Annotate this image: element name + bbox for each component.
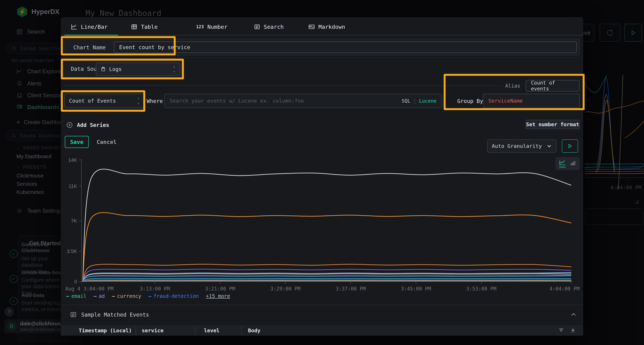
where-input[interactable]: Search your events w/ Lucene ex. column:… xyxy=(164,94,442,108)
select-updown-icon: ⌃⌄ xyxy=(173,66,175,72)
tab-table[interactable]: Table xyxy=(131,21,158,32)
legend-more-link[interactable]: +15 more xyxy=(206,293,230,299)
legend-item-ad[interactable]: — ad xyxy=(94,293,105,299)
chart-name-input[interactable]: Event count by service xyxy=(114,41,577,53)
column-header-timestamp: Timestamp (Local) xyxy=(79,328,132,334)
legend-item-email[interactable]: — email xyxy=(66,293,86,299)
tab-number[interactable]: 123 Number xyxy=(196,21,227,32)
tab-line-bar[interactable]: Line/Bar xyxy=(71,21,108,32)
legend-swatch: — xyxy=(66,293,69,299)
select-updown-icon: ⌃⌄ xyxy=(137,98,140,104)
column-separator[interactable] xyxy=(195,327,195,334)
sample-events-header: Sample Matched Events xyxy=(70,311,149,318)
cancel-button[interactable]: Cancel xyxy=(96,136,117,148)
legend-item-currency[interactable]: — currency xyxy=(112,293,141,299)
collapse-section-chevron-up-icon[interactable] xyxy=(570,311,577,318)
granularity-select[interactable]: Auto Granularity xyxy=(487,139,556,153)
group-by-label: Group By xyxy=(457,98,483,104)
edit-chart-modal: Line/Bar Table 123 Number Search Markdow… xyxy=(61,17,583,336)
set-number-format-button[interactable]: Set number format xyxy=(526,120,580,129)
chart-name-label: Chart Name xyxy=(73,44,106,50)
legend-swatch: — xyxy=(94,293,96,299)
filter-icon[interactable] xyxy=(558,327,564,333)
svg-text:3:21:00 PM: 3:21:00 PM xyxy=(205,286,235,292)
sql-mode-toggle[interactable]: SQL xyxy=(402,98,410,104)
column-header-level: level xyxy=(204,328,220,334)
svg-text:14K: 14K xyxy=(68,157,77,163)
svg-text:3:37:00 PM: 3:37:00 PM xyxy=(336,286,366,292)
plus-circle-icon xyxy=(66,122,73,128)
main-chart: 14K11K7K3.5K0Aug 4 3:04:00 PM3:13:00 PM3… xyxy=(64,157,580,293)
divider xyxy=(64,85,503,86)
table-icon xyxy=(131,23,138,30)
markdown-icon xyxy=(308,23,315,30)
alias-label: Alias xyxy=(505,83,520,89)
chevron-down-icon xyxy=(546,143,552,149)
active-tab-indicator xyxy=(64,35,118,35)
list-icon xyxy=(254,24,260,30)
chart-type-toggle xyxy=(555,157,580,170)
column-separator[interactable] xyxy=(241,327,242,334)
add-series-button[interactable]: Add Series xyxy=(66,122,109,128)
legend-swatch: — xyxy=(112,293,115,299)
alias-input[interactable]: Count of events xyxy=(526,80,580,91)
where-placeholder: Search your events w/ Lucene ex. column:… xyxy=(170,98,304,104)
svg-text:Aug 4 3:04:00 PM: Aug 4 3:04:00 PM xyxy=(65,286,114,292)
bar-chart-icon xyxy=(570,161,576,166)
list-icon xyxy=(70,311,76,318)
svg-text:4:04:00 PM: 4:04:00 PM xyxy=(549,286,580,292)
column-separator[interactable] xyxy=(136,327,136,334)
svg-text:3.5K: 3.5K xyxy=(67,249,77,254)
where-label: Where xyxy=(147,98,163,104)
tab-markdown[interactable]: Markdown xyxy=(308,21,345,32)
database-icon xyxy=(100,66,106,72)
tab-search[interactable]: Search xyxy=(254,21,284,32)
save-button[interactable]: Save xyxy=(65,136,89,148)
divider xyxy=(64,57,580,58)
svg-text:11K: 11K xyxy=(68,183,77,189)
table-header-row xyxy=(61,325,583,336)
play-icon xyxy=(567,143,572,149)
chart-legend: — email — ad — currency — fraud-detectio… xyxy=(66,293,230,299)
number-icon: 123 xyxy=(196,24,204,29)
line-view-toggle[interactable] xyxy=(559,160,566,167)
svg-text:3:53:00 PM: 3:53:00 PM xyxy=(466,286,496,292)
svg-text:3:13:00 PM: 3:13:00 PM xyxy=(140,286,170,292)
lucene-mode-toggle[interactable]: Lucene xyxy=(419,98,436,104)
group-by-input[interactable]: ServiceName xyxy=(483,94,580,108)
aggregation-select[interactable]: Count of Events ⌃⌄ xyxy=(64,94,144,108)
svg-text:7K: 7K xyxy=(71,218,77,224)
legend-item-fraud-detection[interactable]: — fraud-detection xyxy=(148,293,199,299)
legend-swatch: — xyxy=(148,293,151,299)
run-chart-button[interactable] xyxy=(562,139,578,153)
divider xyxy=(61,305,583,305)
line-chart-icon xyxy=(71,23,77,30)
download-icon[interactable] xyxy=(570,327,576,333)
svg-text:3:45:00 PM: 3:45:00 PM xyxy=(401,286,431,292)
line-chart-icon xyxy=(559,160,566,165)
bar-view-toggle[interactable] xyxy=(570,161,576,167)
column-header-service: service xyxy=(142,328,164,334)
column-header-body: Body xyxy=(248,328,260,334)
data-source-select[interactable]: Logs ⌃⌄ xyxy=(96,62,180,76)
tab-underline xyxy=(61,35,583,35)
svg-text:0: 0 xyxy=(74,279,77,284)
svg-text:3:29:00 PM: 3:29:00 PM xyxy=(270,286,300,292)
